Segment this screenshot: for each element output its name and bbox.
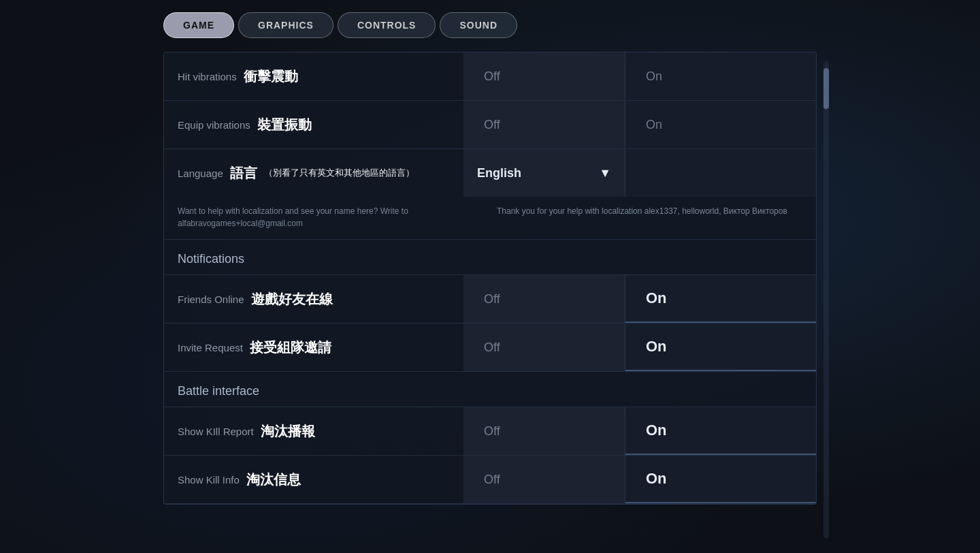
language-overlay-text: （別看了只有英文和其他地區的語言） [264,167,414,179]
hit-vibrations-label-zh: 衝擊震動 [244,67,298,86]
hit-vibrations-row: Hit vibrations 衝擊震動 Off On [164,52,816,101]
hit-vibrations-on-option[interactable]: On [625,52,816,100]
show-kill-report-row: Show KIll Report 淘汰播報 Off On [164,407,816,456]
hit-vibrations-label-en: Hit vibrations [178,71,237,82]
friends-online-on-option[interactable]: On [625,275,816,323]
hit-vibrations-off-label: Off [484,69,500,84]
show-kill-report-label-group: Show KIll Report 淘汰播報 [164,414,463,449]
invite-request-row: Invite Request 接受組隊邀請 Off On [164,323,816,372]
language-note-left: Want to help with localization and see y… [178,205,483,230]
equip-vibrations-off-label: Off [484,118,500,132]
show-kill-info-off-option[interactable]: Off [463,456,625,503]
language-note: Want to help with localization and see y… [164,197,816,239]
show-kill-report-off-label: Off [484,424,500,439]
friends-online-label-group: Friends Online 遊戲好友在線 [164,282,463,317]
friends-online-on-label: On [646,289,667,307]
language-spacer [625,149,816,197]
language-label-en: Language [178,168,223,179]
hit-vibrations-label-group: Hit vibrations 衝擊震動 [164,59,463,94]
tab-game[interactable]: GAME [163,12,234,38]
battle-interface-section-label: Battle interface [178,384,259,398]
language-select[interactable]: English ▼ [463,149,625,197]
show-kill-info-label-en: Show Kill Info [178,474,240,486]
invite-request-label-en: Invite Request [178,342,243,353]
chevron-down-icon: ▼ [599,166,611,180]
language-selected-value: English [477,166,521,180]
equip-vibrations-label-zh: 裝置振動 [257,116,312,134]
invite-request-off-option[interactable]: Off [463,323,625,371]
notifications-section-header: Notifications [164,240,816,275]
hit-vibrations-on-label: On [646,69,662,84]
language-note-right: Thank you for your help with localizatio… [497,205,802,230]
show-kill-info-row: Show Kill Info 淘汰信息 Off On [164,456,816,504]
show-kill-report-off-option[interactable]: Off [463,407,625,455]
show-kill-info-off-label: Off [484,473,500,487]
nav-tabs: GAME GRAPHICS CONTROLS SOUND [163,7,817,38]
show-kill-info-on-label: On [646,470,667,488]
tab-graphics[interactable]: GRAPHICS [238,12,333,38]
equip-vibrations-off-option[interactable]: Off [463,101,625,148]
settings-panel: Hit vibrations 衝擊震動 Off On Equip vibrati… [163,52,817,505]
language-label-zh: 語言 [230,164,257,183]
show-kill-info-label-zh: 淘汰信息 [246,471,301,489]
friends-online-label-zh: 遊戲好友在線 [251,290,333,309]
show-kill-report-label-zh: 淘汰播報 [261,422,315,441]
friends-online-off-option[interactable]: Off [463,275,625,323]
equip-vibrations-label-en: Equip vibrations [178,119,250,131]
equip-vibrations-label-group: Equip vibrations 裝置振動 [164,108,463,142]
equip-vibrations-on-label: On [646,118,662,132]
invite-request-on-option[interactable]: On [625,323,816,371]
show-kill-info-on-option[interactable]: On [625,456,816,503]
friends-online-label-en: Friends Online [178,294,244,305]
show-kill-info-label-group: Show Kill Info 淘汰信息 [164,462,463,497]
battle-interface-section-header: Battle interface [164,372,816,407]
show-kill-report-on-option[interactable]: On [625,407,816,455]
show-kill-report-on-label: On [646,422,667,439]
friends-online-row: Friends Online 遊戲好友在線 Off On [164,275,816,323]
equip-vibrations-row: Equip vibrations 裝置振動 Off On [164,101,816,149]
equip-vibrations-on-option[interactable]: On [625,101,816,148]
show-kill-report-label-en: Show KIll Report [178,426,254,437]
tab-controls[interactable]: CONTROLS [338,12,436,38]
invite-request-on-label: On [646,338,667,356]
invite-request-label-group: Invite Request 接受組隊邀請 [164,330,463,365]
hit-vibrations-off-option[interactable]: Off [463,52,625,100]
friends-online-off-label: Off [484,292,500,306]
notifications-section-label: Notifications [178,252,244,266]
invite-request-label-zh: 接受組隊邀請 [250,338,331,357]
language-row: Language 語言 （別看了只有英文和其他地區的語言） English ▼ … [164,149,816,240]
tab-sound[interactable]: SOUND [440,12,517,38]
language-label-group: Language 語言 （別看了只有英文和其他地區的語言） [164,156,463,191]
invite-request-off-label: Off [484,341,500,355]
